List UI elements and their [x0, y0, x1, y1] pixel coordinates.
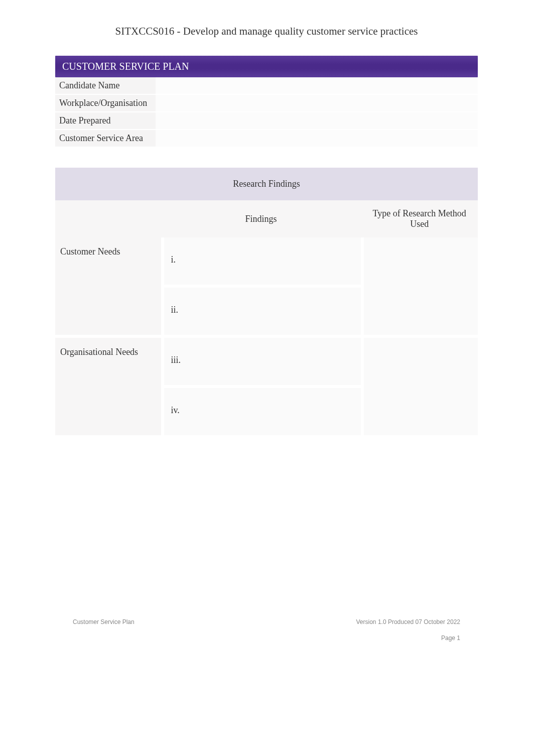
page-footer: Customer Service Plan Version 1.0 Produc… — [0, 618, 533, 625]
date-prepared-value[interactable] — [156, 112, 478, 130]
finding-item-iii[interactable]: iii. — [161, 338, 361, 388]
workplace-value[interactable] — [156, 95, 478, 112]
document-page: SITXCCS016 - Develop and manage quality … — [0, 0, 533, 438]
research-findings-table: Findings Type of Research Method Used Cu… — [55, 200, 478, 438]
method-org-needs[interactable] — [361, 338, 478, 438]
findings-col-blank — [55, 200, 161, 237]
finding-item-iv[interactable]: iv. — [161, 388, 361, 438]
section-header-customer-service-plan: CUSTOMER SERVICE PLAN — [55, 56, 478, 77]
findings-col-findings: Findings — [161, 200, 361, 237]
footer-right: Version 1.0 Produced 07 October 2022 — [356, 618, 460, 625]
date-prepared-label: Date Prepared — [55, 112, 156, 130]
research-findings-block: Research Findings Findings Type of Resea… — [55, 168, 478, 438]
workplace-label: Workplace/Organisation — [55, 95, 156, 112]
finding-item-i[interactable]: i. — [161, 237, 361, 288]
candidate-name-value[interactable] — [156, 77, 478, 95]
service-area-value[interactable] — [156, 130, 478, 148]
row-label-org-needs: Organisational Needs — [55, 338, 161, 438]
finding-item-ii[interactable]: ii. — [161, 288, 361, 338]
method-customer-needs[interactable] — [361, 237, 478, 338]
info-table: Candidate Name Workplace/Organisation Da… — [55, 77, 478, 148]
page-number: Page 1 — [441, 635, 460, 642]
document-title: SITXCCS016 - Develop and manage quality … — [55, 25, 478, 38]
findings-col-method: Type of Research Method Used — [361, 200, 478, 237]
row-label-customer-needs: Customer Needs — [55, 237, 161, 338]
candidate-name-label: Candidate Name — [55, 77, 156, 95]
research-findings-title: Research Findings — [55, 168, 478, 200]
footer-left: Customer Service Plan — [73, 618, 135, 625]
service-area-label: Customer Service Area — [55, 130, 156, 148]
